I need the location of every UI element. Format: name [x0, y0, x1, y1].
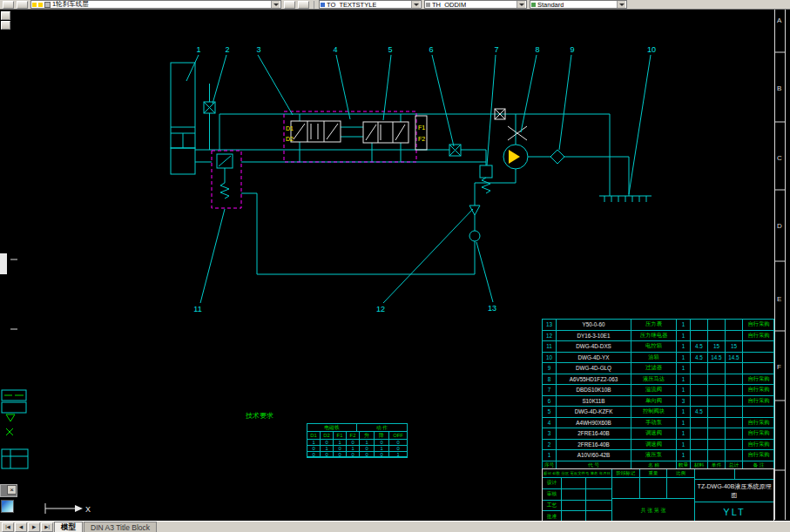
bom-row: 12DY16-3-10E1压力继电器1自行采购 — [543, 331, 773, 342]
tt-data-row: 0101010 — [307, 446, 407, 452]
tt-group-left: 电磁铁 — [307, 424, 357, 432]
docked-toolbar-icon[interactable] — [1, 21, 10, 30]
weight-label: 重量 — [640, 469, 668, 477]
layer-on-icon — [32, 3, 37, 7]
tt-group-right: 动 作 — [357, 424, 407, 432]
revision-label: 处数 — [552, 471, 560, 475]
titleblock-subcells — [695, 469, 773, 480]
bom-row: 22FRE16-40B调速阀1自行采购 — [543, 440, 773, 451]
bom-row: 10DWG-4D-YX油箱14.514.514.5 — [543, 353, 773, 364]
layer-previous-icon[interactable] — [298, 1, 309, 9]
titleblock-stage-labels: 阶段标记 重量 比例 — [612, 469, 694, 478]
docked-button-highlight[interactable] — [0, 253, 7, 274]
tab-model[interactable]: 模型 — [54, 522, 83, 532]
next-tab-button[interactable]: ▶ — [28, 522, 40, 532]
title-block: 标记处数分区更改文件号签名年月日 设计审核工艺批准 阶段标记 重量 比例 共 张… — [542, 468, 774, 522]
revision-label: 更改文件号 — [570, 471, 589, 475]
bom-row: 5DWG-4D-KZFK控制阀块14.5 — [543, 407, 773, 418]
floating-panel: × — [0, 484, 17, 497]
company-name: YLT — [695, 502, 773, 522]
table-style-value: Standard — [537, 1, 564, 9]
staff-row: 工艺 — [543, 501, 611, 512]
layer-lock-icon — [44, 2, 51, 8]
first-tab-button[interactable]: |◀ — [2, 522, 14, 532]
solenoid-action-table: 电磁铁 动 作 D1D2F1F2升降OFF1010100010101000000… — [307, 423, 408, 458]
revision-label: 标记 — [544, 471, 551, 475]
tab-layout[interactable]: DIN A3 Title Block — [84, 522, 157, 532]
top-toolbar: 1轮刹车线层 TO_TEXTSTYLE TH_ODDIM Standard — [0, 0, 790, 10]
bom-row: 4A4WH90X60B手动泵1自行采购 — [543, 418, 773, 429]
layer-states-icon[interactable] — [17, 1, 28, 9]
bom-row: 1A10V/60-42B液压泵1自行采购 — [543, 450, 773, 461]
revision-label: 年月日 — [599, 471, 611, 475]
titleblock-right: TZ-DWG-40B液压系统原理图 YLT — [695, 469, 773, 522]
chevron-down-icon[interactable] — [411, 1, 420, 8]
titleblock-stage-cells — [612, 478, 694, 499]
dim-style-value: TH_ODDIM — [432, 1, 466, 9]
sheet-count-label: 共 张 第 张 — [612, 499, 694, 522]
bom-row: 9DWG-4D-GLQ过滤器1 — [543, 363, 773, 374]
tt-group-header: 电磁铁 动 作 — [307, 424, 407, 432]
close-icon[interactable]: × — [7, 485, 17, 495]
bom-row: 13Y50-0-60压力表1自行采购 — [543, 320, 773, 331]
table-style-combo[interactable]: Standard — [530, 0, 627, 9]
dim-style-combo[interactable]: TH_ODDIM — [424, 0, 527, 9]
layer-thaw-icon — [38, 3, 43, 7]
bom-row: 6S10K11B单向阀3自行采购 — [543, 396, 773, 407]
palette-icon[interactable] — [1, 500, 14, 513]
drawing-title: TZ-DWG-40B液压系统原理图 — [695, 480, 773, 502]
scale-label: 比例 — [667, 469, 694, 477]
layer-properties-icon[interactable] — [3, 1, 14, 9]
technical-note: 技术要求 — [246, 411, 273, 421]
docked-toolbar-icon[interactable] — [1, 11, 10, 20]
chevron-down-icon[interactable] — [517, 1, 525, 8]
table-style-icon — [531, 3, 536, 7]
last-tab-button[interactable]: ▶| — [41, 522, 53, 532]
bom-row: 11DWG-4D-DXS电控箱14.51515 — [543, 341, 773, 353]
staff-row: 审核 — [543, 489, 611, 501]
stage-label: 阶段标记 — [612, 469, 640, 477]
layout-tabbar: |◀ ◀ ▶ ▶| 模型 DIN A3 Title Block — [0, 521, 790, 532]
titleblock-middle: 阶段标记 重量 比例 共 张 第 张 — [612, 469, 695, 522]
titleblock-staff: 设计审核工艺批准 — [543, 478, 611, 522]
bom-table: 13Y50-0-60压力表1自行采购12DY16-3-10E1压力继电器1自行采… — [542, 319, 774, 471]
titleblock-left: 标记处数分区更改文件号签名年月日 设计审核工艺批准 — [543, 469, 612, 522]
toolbar-separator — [314, 1, 314, 9]
bom-row: 7DBDS10K10B溢流阀1自行采购 — [543, 385, 773, 396]
text-style-value: TO_TEXTSTYLE — [327, 1, 376, 9]
autocad-window: 1轮刹车线层 TO_TEXTSTYLE TH_ODDIM Standard — [0, 0, 790, 532]
text-style-combo[interactable]: TO_TEXTSTYLE — [319, 0, 422, 9]
tt-data-row: 0000001 — [307, 452, 407, 458]
layer-combo[interactable]: 1轮刹车线层 — [30, 0, 281, 9]
tt-data-row: 1010100 — [307, 440, 407, 446]
make-current-icon[interactable] — [284, 1, 295, 9]
dim-style-icon — [426, 3, 430, 7]
staff-row: 设计 — [543, 478, 611, 489]
bom-row: 8A6V55HD1FZ2-063液压马达1自行采购 — [543, 374, 773, 386]
bom-row: 32FRE16-40B调速阀1自行采购 — [543, 428, 773, 440]
tt-header-row: D1D2F1F2升降OFF — [307, 432, 407, 440]
prev-tab-button[interactable]: ◀ — [15, 522, 27, 532]
text-style-icon — [321, 3, 325, 7]
chevron-down-icon[interactable] — [271, 1, 280, 8]
layer-combo-value: 1轮刹车线层 — [52, 0, 89, 9]
revision-label: 分区 — [561, 471, 569, 475]
titleblock-revision-row: 标记处数分区更改文件号签名年月日 — [543, 469, 611, 478]
revision-label: 签名 — [591, 471, 598, 475]
tt-body: D1D2F1F2升降OFF101010001010100000001 — [307, 432, 407, 457]
chevron-down-icon[interactable] — [617, 1, 625, 8]
